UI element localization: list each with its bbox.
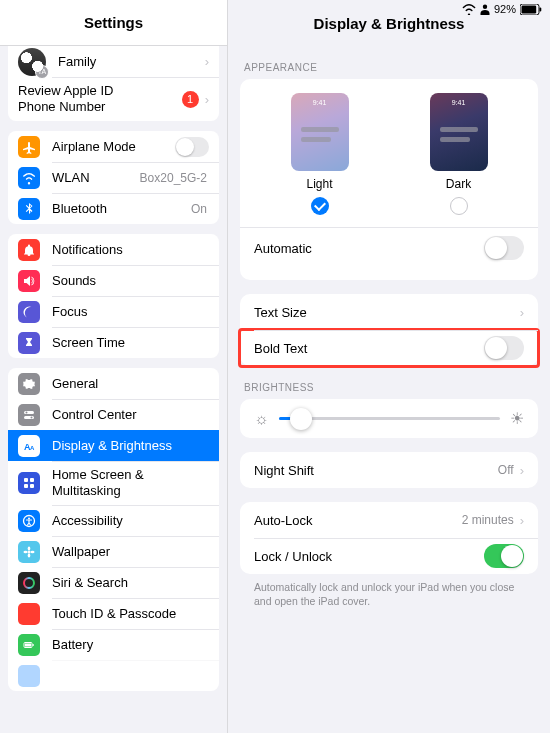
sidebar-item-airplane-mode[interactable]: Airplane Mode — [8, 131, 219, 162]
dark-preview-icon: 9:41 — [430, 93, 488, 171]
sidebar-item-control-center[interactable]: Control Center — [8, 399, 219, 430]
svg-point-14 — [28, 517, 30, 519]
svg-rect-1 — [522, 5, 537, 13]
sidebar-item-wlan[interactable]: WLAN Box20_5G-2 — [8, 162, 219, 193]
sidebar-item-touch-id[interactable]: Touch ID & Passcode — [8, 598, 219, 629]
sun-large-icon: ☀ — [510, 409, 524, 428]
svg-rect-2 — [540, 7, 542, 11]
sidebar-item-wallpaper[interactable]: Wallpaper — [8, 536, 219, 567]
sidebar-item-screen-time[interactable]: Screen Time — [8, 327, 219, 358]
light-radio[interactable] — [311, 197, 329, 215]
bold-text-toggle[interactable] — [484, 336, 524, 360]
sidebar-item-more[interactable] — [8, 660, 219, 691]
sidebar-item-accessibility[interactable]: Accessibility — [8, 505, 219, 536]
svg-point-6 — [31, 416, 33, 418]
speaker-icon — [18, 270, 40, 292]
siri-icon — [18, 572, 40, 594]
settings-sidebar: Settings TA Family › Review Apple ID Pho… — [0, 0, 228, 733]
row-text-size[interactable]: Text Size › — [240, 294, 538, 330]
bell-icon — [18, 239, 40, 261]
sidebar-item-display-brightness[interactable]: AA Display & Brightness — [8, 430, 219, 461]
svg-rect-9 — [24, 478, 28, 482]
svg-rect-11 — [24, 484, 28, 488]
sun-small-icon: ☼ — [254, 410, 269, 428]
chevron-right-icon: › — [205, 54, 209, 69]
grid-icon — [18, 472, 40, 494]
notification-badge: 1 — [182, 91, 199, 108]
chevron-right-icon: › — [520, 463, 524, 478]
chevron-right-icon: › — [520, 305, 524, 320]
moon-icon — [18, 301, 40, 323]
row-lock-unlock[interactable]: Lock / Unlock — [240, 538, 538, 574]
fingerprint-icon — [18, 603, 40, 625]
section-appearance-label: Appearance — [244, 62, 534, 73]
wifi-icon — [18, 167, 40, 189]
dark-radio[interactable] — [450, 197, 468, 215]
sidebar-item-sounds[interactable]: Sounds — [8, 265, 219, 296]
sidebar-item-siri[interactable]: Siri & Search — [8, 567, 219, 598]
toggles-icon — [18, 404, 40, 426]
hand-icon — [18, 665, 40, 687]
appearance-option-dark[interactable]: 9:41 Dark — [430, 93, 488, 215]
sidebar-item-review-apple-id[interactable]: Review Apple ID Phone Number 1 › — [8, 77, 219, 121]
automatic-label: Automatic — [254, 241, 484, 256]
chevron-right-icon: › — [205, 92, 209, 107]
battery-percent: 92% — [494, 3, 516, 15]
lock-unlock-toggle[interactable] — [484, 544, 524, 568]
automatic-toggle[interactable] — [484, 236, 524, 260]
sidebar-item-focus[interactable]: Focus — [8, 296, 219, 327]
sidebar-item-bluetooth[interactable]: Bluetooth On — [8, 193, 219, 224]
airplane-icon — [18, 136, 40, 158]
sidebar-item-battery[interactable]: Battery — [8, 629, 219, 660]
status-bar: 92% — [462, 0, 542, 18]
settings-title: Settings — [0, 0, 227, 46]
brightness-slider-row[interactable]: ☼ ☀ — [240, 399, 538, 438]
svg-rect-10 — [30, 478, 34, 482]
section-brightness-label: Brightness — [244, 382, 534, 393]
person-icon — [480, 4, 490, 15]
battery-icon — [18, 634, 40, 656]
svg-text:A: A — [30, 445, 35, 451]
svg-point-18 — [24, 550, 28, 553]
brightness-slider[interactable] — [279, 417, 500, 420]
accessibility-icon — [18, 510, 40, 532]
gear-icon — [18, 373, 40, 395]
wifi-icon — [462, 4, 476, 15]
svg-rect-22 — [33, 644, 34, 646]
hourglass-icon — [18, 332, 40, 354]
sidebar-item-general[interactable]: General — [8, 368, 219, 399]
bluetooth-icon — [18, 198, 40, 220]
row-bold-text[interactable]: Bold Text — [240, 330, 538, 366]
svg-rect-23 — [25, 643, 31, 646]
flower-icon — [18, 541, 40, 563]
text-size-icon: AA — [18, 435, 40, 457]
lock-unlock-footnote: Automatically lock and unlock your iPad … — [240, 574, 538, 608]
chevron-right-icon: › — [520, 513, 524, 528]
svg-point-17 — [28, 553, 31, 557]
light-preview-icon: 9:41 — [291, 93, 349, 171]
svg-point-5 — [26, 411, 28, 413]
row-auto-lock[interactable]: Auto-Lock 2 minutes › — [240, 502, 538, 538]
detail-pane: Display & Brightness Appearance 9:41 Lig… — [228, 0, 550, 733]
sidebar-item-notifications[interactable]: Notifications — [8, 234, 219, 265]
row-night-shift[interactable]: Night Shift Off › — [240, 452, 538, 488]
svg-point-16 — [28, 546, 31, 550]
svg-rect-12 — [30, 484, 34, 488]
svg-point-15 — [28, 550, 31, 553]
sidebar-item-family[interactable]: TA Family › — [8, 46, 219, 77]
battery-icon — [520, 4, 542, 15]
family-avatar-icon: TA — [18, 48, 46, 76]
appearance-option-light[interactable]: 9:41 Light — [291, 93, 349, 215]
sidebar-item-home-screen[interactable]: Home Screen &Multitasking — [8, 461, 219, 505]
svg-point-20 — [24, 578, 34, 588]
svg-point-19 — [31, 550, 35, 553]
airplane-toggle[interactable] — [175, 137, 209, 157]
